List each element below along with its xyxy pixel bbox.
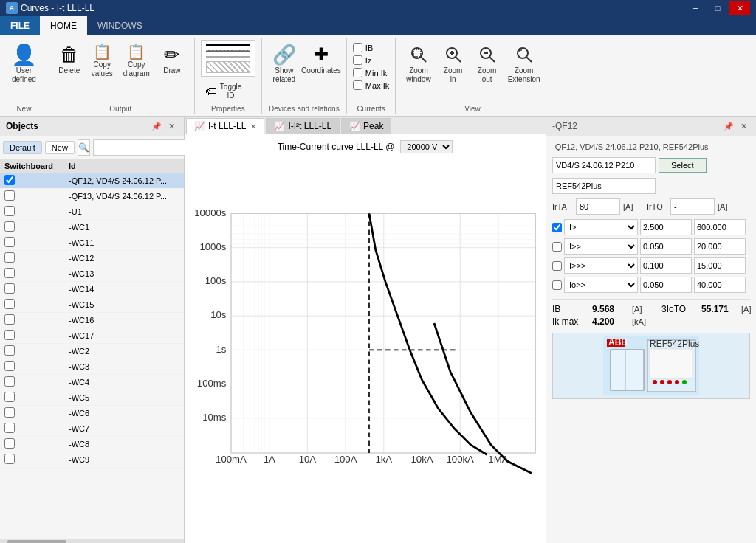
objects-search-button[interactable]: 🔍: [78, 139, 90, 156]
obj-row-checkbox[interactable]: [4, 190, 15, 201]
objects-panel-close[interactable]: ✕: [165, 120, 178, 133]
chart-tab-i2t[interactable]: 📈 I-I²t LLL-LL: [266, 118, 340, 134]
objects-table-row[interactable]: -WC3: [0, 359, 184, 375]
select-button[interactable]: Select: [659, 158, 707, 173]
user-defined-button[interactable]: 👤 Userdefined: [7, 40, 41, 87]
obj-row-checkbox[interactable]: [4, 345, 15, 356]
objects-tab-default[interactable]: Default: [3, 141, 42, 154]
obj-row-checkbox[interactable]: [4, 268, 15, 278]
protection-checkbox[interactable]: [552, 261, 562, 271]
ib-checkbox[interactable]: [353, 43, 362, 52]
iz-checkbox[interactable]: [353, 55, 362, 65]
obj-row-checkbox[interactable]: [4, 438, 15, 449]
obj-row-checkbox[interactable]: [4, 454, 15, 464]
objects-scroll-thumb[interactable]: [7, 540, 66, 543]
zoom-window-button[interactable]: Zoomwindow: [402, 40, 435, 87]
delete-button[interactable]: 🗑 Delete: [53, 40, 86, 78]
irta-input[interactable]: [576, 198, 620, 215]
objects-table-row[interactable]: -WC9: [0, 452, 184, 468]
protection-mult-input[interactable]: [640, 238, 692, 255]
max-ik-checkbox[interactable]: [353, 80, 362, 90]
zoom-extension-button[interactable]: ZoomExtension: [505, 40, 543, 87]
obj-row-checkbox[interactable]: [4, 407, 15, 418]
copy-diagram-button[interactable]: 📋 Copydiagram: [119, 40, 154, 81]
protection-type-select[interactable]: I>>: [564, 238, 638, 255]
obj-row-checkbox[interactable]: [4, 376, 15, 387]
voltage-select[interactable]: 20000 V 1000 V 6000 V 10000 V 35000 V: [400, 140, 453, 153]
obj-row-checkbox[interactable]: [4, 299, 15, 309]
objects-table-row[interactable]: -WC15: [0, 297, 184, 313]
protection-checkbox[interactable]: [552, 242, 562, 252]
obj-row-checkbox[interactable]: [4, 330, 15, 340]
objects-table-row[interactable]: -WC14: [0, 282, 184, 297]
tab-windows[interactable]: WINDOWS: [87, 16, 153, 35]
coordinates-button[interactable]: ✚ Coordinates: [302, 40, 340, 78]
line-style-picker[interactable]: [201, 40, 255, 77]
right-panel-close[interactable]: ✕: [737, 120, 750, 133]
min-ik-checkbox-label[interactable]: Min Ik: [353, 68, 387, 77]
objects-table-row[interactable]: -WC17: [0, 328, 184, 344]
obj-row-checkbox[interactable]: [4, 361, 15, 371]
device-field1-input[interactable]: [552, 157, 656, 173]
protection-value-input[interactable]: [694, 277, 746, 293]
objects-table-row[interactable]: -QF12, VD4/S 24.06.12 P...: [0, 173, 184, 189]
protection-mult-input[interactable]: [640, 277, 692, 293]
obj-row-checkbox[interactable]: [4, 283, 15, 294]
irto-input[interactable]: [670, 198, 715, 215]
chart-tab-it[interactable]: 📈 I-t LLL-LL ✕: [186, 118, 264, 134]
protection-mult-input[interactable]: [640, 257, 692, 274]
objects-table-row[interactable]: -WC16: [0, 313, 184, 328]
show-related-button[interactable]: 🔗 Showrelated: [268, 40, 300, 87]
min-ik-checkbox[interactable]: [353, 68, 362, 77]
protection-value-input[interactable]: [694, 238, 746, 255]
protection-type-select[interactable]: I>: [564, 219, 638, 235]
objects-tab-new[interactable]: New: [45, 141, 75, 154]
obj-row-checkbox[interactable]: [4, 237, 15, 247]
draw-button[interactable]: ✏ Draw: [156, 40, 188, 78]
objects-table-row[interactable]: -U1: [0, 204, 184, 220]
objects-table-row[interactable]: -WC7: [0, 421, 184, 437]
iz-checkbox-label[interactable]: Iz: [353, 55, 372, 65]
obj-row-checkbox[interactable]: [4, 252, 15, 263]
close-button[interactable]: ✕: [729, 1, 750, 15]
objects-panel-pin[interactable]: 📌: [150, 120, 163, 133]
objects-table-row[interactable]: -WC11: [0, 235, 184, 251]
protection-type-select[interactable]: I>>>: [564, 257, 638, 274]
objects-table-row[interactable]: -WC8: [0, 437, 184, 452]
ib-checkbox-label[interactable]: IB: [353, 43, 373, 52]
tab-home[interactable]: HOME: [40, 16, 87, 35]
zoom-out-button[interactable]: Zoomout: [471, 40, 504, 87]
objects-table-row[interactable]: -WC6: [0, 406, 184, 421]
chart-tab-peak[interactable]: 📈 Peak: [341, 118, 391, 134]
toggle-id-button[interactable]: 🏷 ToggleID: [201, 80, 239, 103]
protection-type-select[interactable]: Io>>: [564, 277, 638, 293]
obj-row-checkbox[interactable]: [4, 392, 15, 402]
max-ik-checkbox-label[interactable]: Max Ik: [353, 80, 389, 90]
device-field2-input[interactable]: [552, 178, 656, 194]
obj-row-checkbox[interactable]: [4, 314, 15, 325]
minimize-button[interactable]: ─: [685, 1, 706, 15]
objects-table-row[interactable]: -WC12: [0, 251, 184, 266]
objects-table-row[interactable]: -WC2: [0, 344, 184, 359]
objects-table-row[interactable]: -WC1: [0, 220, 184, 235]
maximize-button[interactable]: □: [707, 1, 728, 15]
obj-row-checkbox[interactable]: [4, 175, 15, 185]
obj-row-checkbox[interactable]: [4, 206, 15, 216]
chart-tab-it-close[interactable]: ✕: [250, 122, 256, 131]
objects-scrollbar-h[interactable]: [0, 539, 184, 543]
copy-values-button[interactable]: 📋 Copyvalues: [87, 40, 117, 81]
obj-row-checkbox[interactable]: [4, 423, 15, 433]
obj-row-checkbox[interactable]: [4, 221, 15, 232]
protection-checkbox[interactable]: [552, 280, 562, 290]
objects-table-row[interactable]: -WC4: [0, 375, 184, 390]
protection-checkbox[interactable]: [552, 223, 562, 232]
objects-table-row[interactable]: -QF13, VD4/S 24.06.12 P...: [0, 189, 184, 204]
zoom-in-button[interactable]: Zoomin: [437, 40, 470, 87]
protection-mult-input[interactable]: [640, 219, 692, 235]
tab-file[interactable]: FILE: [0, 16, 40, 35]
protection-value-input[interactable]: [694, 257, 746, 274]
right-panel-pin[interactable]: 📌: [722, 120, 735, 133]
protection-value-input[interactable]: [694, 219, 746, 235]
objects-table-row[interactable]: -WC5: [0, 390, 184, 406]
objects-table-row[interactable]: -WC13: [0, 266, 184, 282]
